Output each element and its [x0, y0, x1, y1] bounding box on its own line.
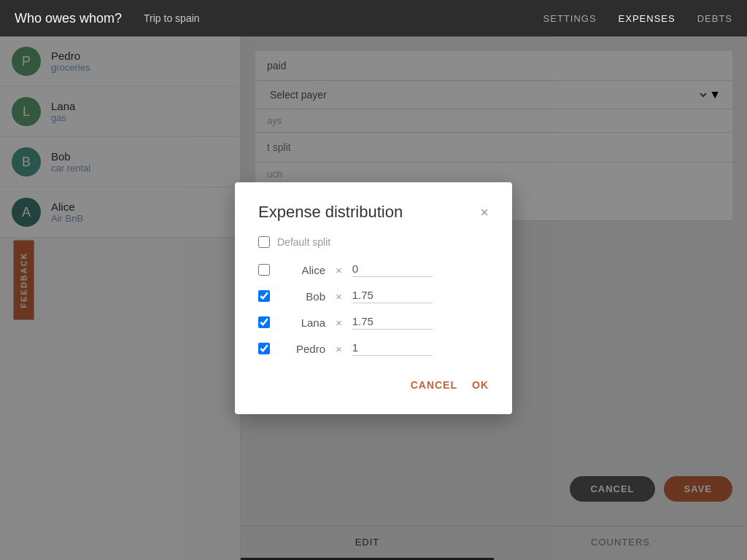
person-row-lana: Lana × — [258, 315, 489, 330]
dialog-title: Expense distribution — [258, 203, 403, 222]
pedro-name: Pedro — [282, 343, 325, 355]
alice-checkbox[interactable] — [258, 264, 270, 276]
default-split-label: Default split — [277, 236, 330, 248]
dialog-ok-button[interactable]: OK — [472, 373, 489, 397]
alice-multiply-icon: × — [336, 264, 342, 276]
bob-name: Bob — [282, 290, 325, 303]
lana-checkbox[interactable] — [258, 316, 270, 328]
dialog-actions: CANCEL OK — [258, 373, 489, 397]
dialog-close-button[interactable]: × — [480, 205, 489, 219]
default-split-row: Default split — [258, 236, 489, 248]
trip-name: Trip to spain — [144, 12, 200, 24]
main-area: P Pedro groceries L Lana gas B Bob car r… — [0, 36, 747, 560]
bob-multiply-icon: × — [336, 290, 342, 303]
expense-distribution-dialog: Expense distribution × Default split Ali… — [235, 182, 512, 414]
bob-value-input[interactable] — [352, 289, 433, 303]
nav-links: SETTINGS EXPENSES DEBTS — [543, 13, 732, 24]
lana-multiply-icon: × — [336, 316, 342, 329]
pedro-checkbox[interactable] — [258, 343, 270, 354]
dialog-cancel-button[interactable]: CANCEL — [411, 373, 457, 397]
pedro-value-input[interactable] — [352, 341, 433, 356]
top-nav: Who owes whom? Trip to spain SETTINGS EX… — [0, 0, 747, 36]
nav-debts[interactable]: DEBTS — [697, 13, 732, 24]
bob-checkbox[interactable] — [258, 290, 270, 302]
lana-name: Lana — [282, 316, 325, 329]
default-split-checkbox[interactable] — [258, 236, 270, 248]
person-row-pedro: Pedro × — [258, 341, 489, 356]
app-title: Who owes whom? — [15, 11, 122, 26]
person-row-bob: Bob × — [258, 289, 489, 303]
dialog-header: Expense distribution × — [258, 203, 489, 222]
person-row-alice: Alice × — [258, 262, 489, 277]
nav-expenses[interactable]: EXPENSES — [619, 13, 676, 24]
lana-value-input[interactable] — [352, 315, 433, 330]
pedro-multiply-icon: × — [336, 343, 342, 355]
alice-name: Alice — [282, 264, 325, 276]
nav-settings[interactable]: SETTINGS — [543, 13, 597, 24]
modal-overlay: Expense distribution × Default split Ali… — [0, 36, 747, 560]
alice-value-input[interactable] — [352, 262, 433, 277]
